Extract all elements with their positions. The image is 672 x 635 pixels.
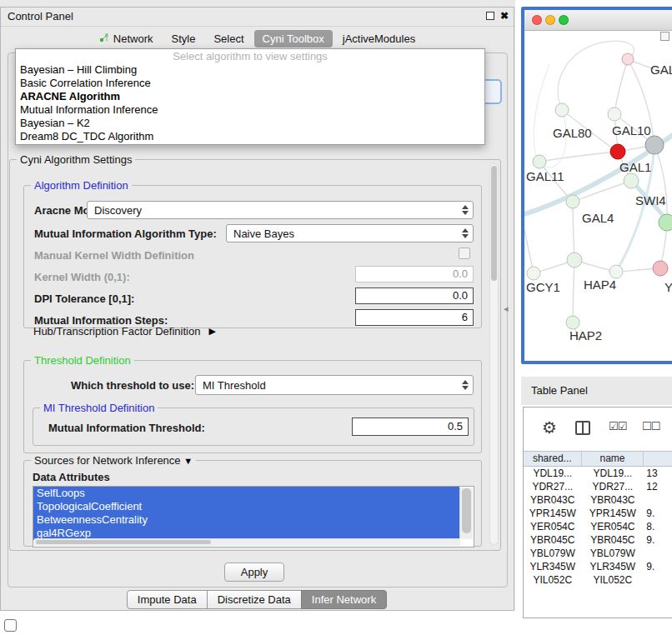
table-row[interactable]: YBR045CYBR045C9. bbox=[524, 533, 672, 547]
network-node-hap2[interactable] bbox=[566, 316, 579, 329]
column-header-name[interactable]: name bbox=[582, 452, 644, 466]
deselect-all-icon[interactable]: ☐☐ bbox=[642, 420, 659, 432]
table-row[interactable]: YER054CYER054C8. bbox=[524, 520, 672, 533]
network-node-node-gray-hub[interactable] bbox=[645, 136, 664, 154]
tab-style[interactable]: Style bbox=[163, 30, 204, 48]
table-cell[interactable]: YIL052C bbox=[581, 573, 644, 587]
table-row[interactable]: YBR043CYBR043C bbox=[524, 493, 672, 507]
table-row[interactable]: YIL052CYIL052C bbox=[524, 573, 672, 587]
sources-title-text[interactable]: Sources for Network Inference bbox=[34, 454, 181, 467]
attribute-item[interactable]: SelfLoops bbox=[33, 487, 459, 500]
network-window-titlebar[interactable] bbox=[524, 10, 672, 31]
network-node-node-pink-top[interactable] bbox=[622, 53, 634, 65]
network-canvas[interactable]: GAL80GAL10GAL11GAL1SWI4GAL4GCY1HAP4HAP2G… bbox=[524, 31, 672, 342]
mi-steps-field[interactable]: 6 bbox=[355, 309, 474, 326]
network-node-node-mid-low[interactable] bbox=[609, 265, 623, 278]
table-cell[interactable]: YIL052C bbox=[524, 573, 581, 587]
bottom-tab-infer-network[interactable]: Infer Network bbox=[301, 590, 387, 609]
algorithm-option[interactable]: Basic Correlation Inference bbox=[16, 77, 484, 90]
canvas-scrollbar-button[interactable] bbox=[660, 32, 669, 41]
network-edge[interactable] bbox=[558, 42, 601, 110]
network-node-node-upper-mid[interactable] bbox=[608, 108, 621, 121]
table-cell[interactable]: YBL079W bbox=[524, 547, 581, 560]
dpi-tolerance-field[interactable]: 0.0 bbox=[355, 288, 474, 304]
network-node-gal1[interactable] bbox=[624, 173, 639, 188]
table-cell[interactable]: YBR043C bbox=[581, 493, 644, 507]
network-edge[interactable] bbox=[534, 64, 549, 162]
table-cell[interactable]: 9. bbox=[644, 507, 672, 520]
table-cell[interactable]: YER054C bbox=[581, 520, 644, 533]
table-cell[interactable]: YBR045C bbox=[581, 533, 644, 547]
close-icon[interactable]: ✖ bbox=[500, 11, 509, 21]
table-row[interactable]: YDR27...YDR27...12 bbox=[524, 480, 672, 493]
table-cell[interactable]: YER054C bbox=[524, 520, 581, 533]
table-cell[interactable] bbox=[644, 493, 672, 507]
columns-icon[interactable] bbox=[575, 421, 590, 435]
table-cell[interactable]: 13 bbox=[644, 467, 672, 480]
scrollbar-thumb[interactable] bbox=[462, 488, 471, 533]
select-all-icon[interactable]: ☑☑ bbox=[609, 420, 626, 432]
mi-type-select[interactable]: Naive Bayes bbox=[226, 224, 474, 242]
network-edge[interactable] bbox=[573, 202, 574, 260]
scrollbar-thumb[interactable] bbox=[491, 166, 497, 281]
tab-select[interactable]: Select bbox=[205, 30, 252, 48]
algorithm-option[interactable]: ARACNE Algorithm bbox=[16, 90, 484, 103]
table-cell[interactable]: YDL19... bbox=[581, 467, 644, 480]
table-row[interactable]: YLR345WYLR345W9. bbox=[524, 560, 672, 573]
table-cell[interactable]: 9. bbox=[644, 533, 672, 547]
bottom-tab-impute-data[interactable]: Impute Data bbox=[127, 590, 208, 609]
network-node-gal10[interactable] bbox=[610, 144, 625, 159]
scrollbar-thumb[interactable] bbox=[36, 540, 211, 544]
network-node-gal4[interactable] bbox=[566, 195, 579, 208]
table-cell[interactable]: YLR345W bbox=[581, 560, 644, 573]
table-cell[interactable]: YDL19... bbox=[524, 467, 581, 480]
close-traffic-light-icon[interactable] bbox=[532, 15, 542, 25]
algorithm-option[interactable]: Dream8 DC_TDC Algorithm bbox=[16, 130, 484, 143]
network-edge[interactable] bbox=[614, 59, 628, 114]
table-cell[interactable]: 8. bbox=[644, 520, 672, 533]
column-header-col2[interactable] bbox=[644, 452, 672, 466]
network-node-gal80[interactable] bbox=[555, 103, 569, 117]
table-cell[interactable] bbox=[644, 547, 672, 560]
network-node-hap4[interactable] bbox=[567, 252, 582, 268]
apply-button[interactable]: Apply bbox=[224, 562, 284, 582]
float-window-icon[interactable] bbox=[486, 12, 494, 20]
table-cell[interactable] bbox=[644, 573, 672, 587]
table-cell[interactable]: YLR345W bbox=[524, 560, 581, 573]
table-cell[interactable]: YDR27... bbox=[581, 480, 644, 493]
attribute-item[interactable]: BetweennessCentrality bbox=[33, 513, 459, 527]
algorithm-option[interactable]: Bayesian – Hill Climbing bbox=[16, 63, 484, 77]
attribute-item[interactable]: TopologicalCoefficient bbox=[33, 500, 459, 513]
aracne-mode-select[interactable]: Discovery bbox=[87, 201, 474, 219]
list-horizontal-scrollbar[interactable] bbox=[34, 538, 460, 546]
table-row[interactable]: YPR145WYPR145W9. bbox=[524, 507, 672, 520]
table-cell[interactable]: YBR045C bbox=[524, 533, 581, 547]
table-cell[interactable]: 9. bbox=[644, 560, 672, 573]
hub-factor-section-toggle[interactable]: Hub/Transcription Factor Definition ▶ bbox=[33, 325, 216, 338]
table-row[interactable]: YBL079WYBL079W bbox=[524, 547, 672, 560]
tab-cyni-toolbox[interactable]: Cyni Toolbox bbox=[254, 30, 333, 48]
network-node-swi4[interactable] bbox=[659, 214, 672, 231]
collapse-triangle-icon[interactable]: ▼ bbox=[183, 456, 193, 466]
tab-network[interactable]: Network bbox=[91, 30, 162, 48]
network-node-gal11[interactable] bbox=[533, 155, 546, 168]
algorithm-option[interactable]: Bayesian – K2 bbox=[16, 117, 484, 130]
zoom-traffic-light-icon[interactable] bbox=[559, 15, 569, 25]
network-edge[interactable] bbox=[573, 260, 574, 322]
minimize-traffic-light-icon[interactable] bbox=[545, 15, 555, 25]
network-edge[interactable] bbox=[539, 152, 618, 162]
table-cell[interactable]: 12 bbox=[644, 480, 672, 493]
tab-jactivemodules[interactable]: jActiveModules bbox=[334, 30, 424, 48]
mi-threshold-field[interactable]: 0.5 bbox=[352, 418, 469, 436]
table-cell[interactable]: YDR27... bbox=[524, 480, 581, 493]
table-cell[interactable]: YBL079W bbox=[581, 547, 644, 560]
network-node-gcy1[interactable] bbox=[527, 267, 540, 280]
minimized-panel-icon[interactable] bbox=[4, 619, 17, 632]
table-cell[interactable]: YPR145W bbox=[524, 507, 581, 520]
settings-scrollbar[interactable] bbox=[489, 163, 499, 545]
column-header-shared[interactable]: shared... bbox=[524, 452, 582, 466]
which-threshold-select[interactable]: MI Threshold bbox=[195, 375, 474, 395]
table-row[interactable]: YDL19...YDL19...13 bbox=[524, 467, 672, 480]
bottom-tab-discretize-data[interactable]: Discretize Data bbox=[207, 590, 302, 609]
table-cell[interactable]: YPR145W bbox=[581, 507, 644, 520]
